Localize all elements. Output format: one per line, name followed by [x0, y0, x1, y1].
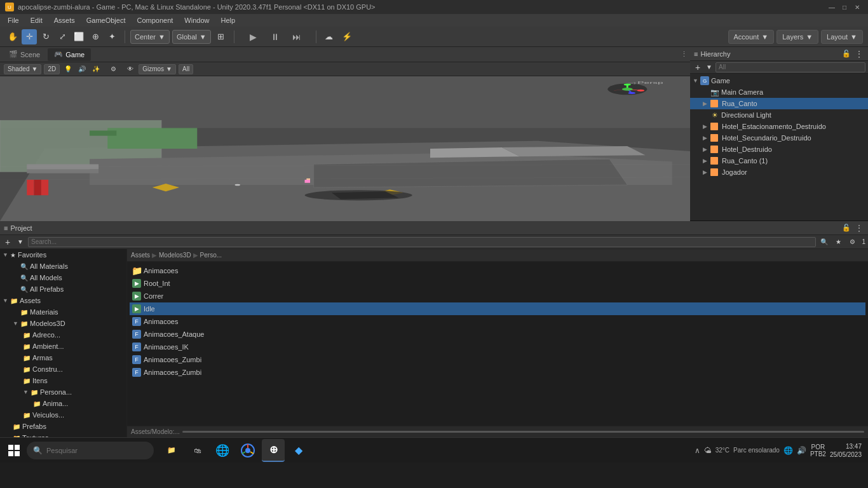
breadcrumb-perso[interactable]: Perso... [200, 252, 222, 259]
tree-all-models[interactable]: 🔍 All Models [0, 272, 126, 283]
all-dropdown[interactable]: All [179, 64, 193, 74]
account-dropdown[interactable]: Account ▼ [728, 30, 775, 44]
tree-assets-root[interactable]: ▼ 📁 Assets [0, 295, 126, 306]
tray-show-hidden[interactable]: ∧ [695, 446, 700, 455]
fx-btn[interactable]: ✨ [90, 64, 102, 74]
file-animacoes-folder[interactable]: 📁 Animacoes [130, 264, 865, 277]
file-rootint[interactable]: ▶ Root_Int [130, 277, 865, 290]
tree-persona[interactable]: ▼ 📁 Persona... [0, 386, 126, 398]
hierarchy-lock-btn[interactable]: 🔓 [841, 49, 851, 59]
project-scrollbar[interactable] [182, 431, 864, 433]
close-button[interactable]: ✕ [851, 3, 863, 11]
tree-texturas[interactable]: 📁 Texturas [0, 432, 126, 437]
hierarchy-item-ruacanto2[interactable]: ▶ Rua_Canto (1) [690, 155, 868, 166]
tree-materiais[interactable]: 📁 Materiais [0, 306, 126, 318]
project-filter-btn2[interactable]: ★ [832, 237, 844, 247]
tree-anima[interactable]: 📁 Anima... [0, 398, 126, 409]
hierarchy-item-hotel3[interactable]: ▶ Hotel_Destruido [690, 144, 868, 155]
rect-tool[interactable]: ⬜ [71, 29, 86, 44]
hierarchy-item-dirlight[interactable]: ☀ Directional Light [690, 109, 868, 121]
tree-modelos3d[interactable]: ▼ 📁 Modelos3D [0, 318, 126, 329]
play-button[interactable]: ▶ [245, 29, 262, 44]
tab-scene[interactable]: 🎬 Scene [3, 48, 46, 61]
center-dropdown[interactable]: Center ▼ [130, 30, 170, 44]
hierarchy-item-game[interactable]: ▼ G Game [690, 75, 868, 86]
project-add-btn[interactable]: + [3, 237, 13, 247]
hierarchy-search-input[interactable] [715, 62, 865, 72]
tree-constru[interactable]: 📁 Constru... [0, 363, 126, 375]
pause-button[interactable]: ⏸ [266, 29, 284, 44]
layout-dropdown[interactable]: Layout ▼ [821, 30, 863, 44]
scale-tool[interactable]: ⤢ [55, 29, 70, 44]
project-more-btn[interactable]: ⋮ [854, 223, 864, 233]
hand-tool[interactable]: ✋ [5, 29, 20, 44]
transform-tool[interactable]: ⊕ [88, 29, 103, 44]
hierarchy-item-hotel2[interactable]: ▶ Hotel_Secundario_Destruido [690, 132, 868, 144]
menu-file[interactable]: File [3, 15, 24, 25]
file-animacoes-zumbi1[interactable]: F Animacoes_Zumbi [130, 353, 865, 366]
tree-veiculos[interactable]: 📁 Veiculos... [0, 409, 126, 421]
file-animacoes-ataque[interactable]: F Animacoes_Ataque [130, 328, 865, 341]
move-tool[interactable]: ✛ [22, 29, 37, 44]
file-animacoes[interactable]: F Animacoes [130, 315, 865, 328]
taskbar-unity-hub[interactable]: ◆ [287, 439, 310, 462]
project-lock-btn[interactable]: 🔓 [841, 223, 851, 233]
taskbar-unity[interactable]: ⊕ [262, 439, 285, 462]
breadcrumb-modelos3d[interactable]: Modelos3D [159, 252, 191, 259]
tree-ambient[interactable]: 📁 Ambient... [0, 341, 126, 352]
tree-armas[interactable]: 📁 Armas [0, 352, 126, 363]
menu-edit[interactable]: Edit [25, 15, 48, 25]
taskbar-chrome[interactable] [236, 439, 259, 462]
cloud-btn[interactable]: ⚡ [339, 29, 355, 44]
scene-more-btn[interactable]: ⋮ [681, 50, 688, 58]
taskbar-store[interactable]: 🛍 [186, 439, 208, 462]
project-add-dropdown[interactable]: ▼ [15, 237, 25, 247]
tree-adreco[interactable]: 📁 Adreco... [0, 329, 126, 341]
grid-tool[interactable]: ⊞ [214, 29, 229, 44]
hierarchy-dropdown-btn[interactable]: ▼ [704, 62, 714, 72]
tray-network-icon[interactable]: 🌐 [783, 446, 793, 455]
taskbar-edge[interactable]: 🌐 [211, 439, 234, 462]
hierarchy-item-hotel1[interactable]: ▶ Hotel_Estacionamento_Destruido [690, 121, 868, 132]
project-filter-btn1[interactable]: 🔍 [818, 237, 830, 247]
menu-assets[interactable]: Assets [49, 15, 80, 25]
step-button[interactable]: ⏭ [288, 29, 306, 44]
hierarchy-item-maincamera[interactable]: 📷 Main Camera [690, 86, 868, 98]
hierarchy-item-jogador[interactable]: ▶ Jogador [690, 166, 868, 178]
audio-btn[interactable]: 🔊 [76, 64, 88, 74]
layers-dropdown[interactable]: Layers ▼ [776, 30, 818, 44]
menu-help[interactable]: Help [215, 15, 240, 25]
tray-volume-icon[interactable]: 🔊 [797, 446, 806, 455]
shaded-dropdown[interactable]: Shaded ▼ [4, 64, 41, 74]
scene-icon-btn[interactable]: 👁 [125, 64, 136, 74]
global-dropdown[interactable]: Global ▼ [172, 30, 211, 44]
file-animacoes-zumbi2[interactable]: F Animacoes_Zumbi [130, 366, 865, 379]
menu-gameobject[interactable]: GameObject [81, 15, 131, 25]
tree-all-materials[interactable]: 🔍 All Materials [0, 261, 126, 272]
taskbar-file-explorer[interactable]: 📁 [160, 439, 183, 462]
scene-extra-btn[interactable]: ⚙ [104, 64, 122, 74]
custom-tool[interactable]: ✦ [104, 29, 119, 44]
breadcrumb-assets[interactable]: Assets [131, 252, 150, 259]
tree-itens[interactable]: 📁 Itens [0, 375, 126, 386]
tab-game[interactable]: 🎮 Game [48, 48, 91, 61]
project-filter-btn3[interactable]: ⚙ [846, 237, 858, 247]
menu-component[interactable]: Component [132, 15, 178, 25]
gizmos-dropdown[interactable]: Gizmos ▼ [139, 64, 176, 74]
taskbar-search-input[interactable] [46, 447, 147, 454]
hierarchy-item-ruacanto[interactable]: ▶ Rua_Canto [690, 98, 868, 109]
tree-prefabs[interactable]: 📁 Prefabs [0, 421, 126, 432]
maximize-button[interactable]: □ [839, 3, 850, 11]
hierarchy-more-btn[interactable]: ⋮ [854, 49, 864, 59]
hierarchy-add-btn[interactable]: + [693, 62, 703, 72]
tree-all-prefabs[interactable]: 🔍 All Prefabs [0, 283, 126, 295]
rotate-tool[interactable]: ↻ [38, 29, 53, 44]
2d-dropdown[interactable]: 2D [44, 64, 60, 74]
file-idle[interactable]: ▶ Idle [130, 302, 865, 315]
minimize-button[interactable]: — [826, 3, 837, 11]
menu-window[interactable]: Window [179, 15, 214, 25]
file-animacoes-ik[interactable]: F Animacoes_IK [130, 341, 865, 353]
file-correr[interactable]: ▶ Correr [130, 290, 865, 302]
project-search-input[interactable] [28, 237, 816, 247]
taskbar-search[interactable]: 🔍 [27, 442, 154, 459]
